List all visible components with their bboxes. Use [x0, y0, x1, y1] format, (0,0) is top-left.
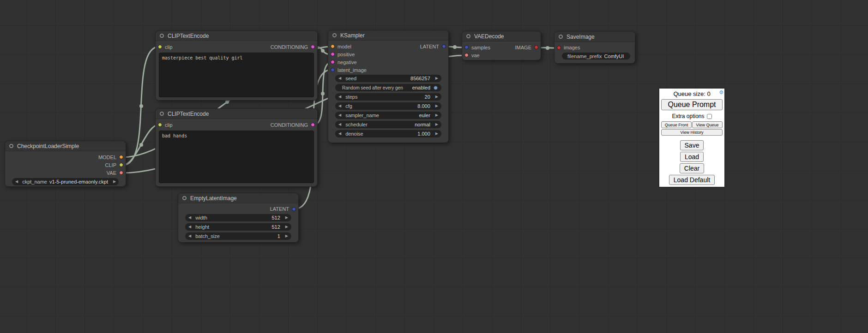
- widget-label: ckpt_name: [22, 179, 47, 184]
- decrement-arrow-icon[interactable]: ◀: [338, 123, 341, 126]
- decrement-arrow-icon[interactable]: ◀: [338, 113, 341, 117]
- collapse-dot-icon[interactable]: [9, 144, 13, 148]
- load-button[interactable]: Load: [680, 152, 704, 162]
- negative-prompt-textarea[interactable]: bad hands: [159, 131, 314, 183]
- output-slot-image[interactable]: [534, 45, 538, 49]
- node-title-bar[interactable]: VAEDecode: [462, 31, 541, 42]
- output-slot-conditioning[interactable]: [311, 45, 315, 49]
- increment-arrow-icon[interactable]: ▶: [285, 225, 288, 229]
- widget-cfg[interactable]: ◀ cfg 8.000 ▶: [335, 102, 441, 110]
- settings-gear-icon[interactable]: ⚙: [719, 89, 723, 95]
- widget-label: batch_size: [195, 233, 220, 239]
- output-slot-vae[interactable]: [119, 171, 123, 175]
- save-button[interactable]: Save: [680, 140, 704, 150]
- node-emptylatentimage[interactable]: EmptyLatentImage LATENT ◀ width 512 ▶ ◀ …: [178, 193, 299, 243]
- widget-sampler-name[interactable]: ◀ sampler_name euler ▶: [335, 112, 441, 119]
- output-slot-latent[interactable]: [442, 44, 446, 48]
- widget-label: sampler_name: [345, 113, 379, 118]
- increment-arrow-icon[interactable]: ▶: [285, 216, 288, 220]
- increment-arrow-icon[interactable]: ▶: [113, 180, 116, 184]
- widget-denoise[interactable]: ◀ denoise 1.000 ▶: [335, 130, 441, 137]
- decrement-arrow-icon[interactable]: ◀: [188, 216, 191, 220]
- widget-ckpt-name[interactable]: ◀ ckpt_name v1-5-pruned-emaonly.ckpt ▶: [12, 178, 119, 185]
- widget-scheduler[interactable]: ◀ scheduler normal ▶: [335, 121, 441, 128]
- node-title-bar[interactable]: KSampler: [328, 30, 448, 41]
- decrement-arrow-icon[interactable]: ◀: [338, 104, 341, 108]
- queue-front-button[interactable]: Queue Front: [661, 121, 692, 128]
- input-slot-latent-image[interactable]: [331, 68, 335, 72]
- node-title-bar[interactable]: CLIPTextEncode: [156, 109, 317, 119]
- queue-prompt-button[interactable]: Queue Prompt: [661, 99, 723, 110]
- node-title-bar[interactable]: SaveImage: [555, 32, 635, 42]
- increment-arrow-icon[interactable]: ▶: [435, 113, 438, 117]
- increment-arrow-icon[interactable]: ▶: [435, 132, 438, 136]
- queue-size-label: Queue size: 0: [673, 90, 710, 97]
- decrement-arrow-icon[interactable]: ◀: [15, 180, 18, 184]
- node-title: EmptyLatentImage: [190, 195, 237, 202]
- increment-arrow-icon[interactable]: ▶: [435, 104, 438, 108]
- link-midpoint-dot: [453, 45, 457, 49]
- increment-arrow-icon[interactable]: ▶: [435, 77, 438, 80]
- collapse-dot-icon[interactable]: [160, 112, 164, 116]
- widget-steps[interactable]: ◀ steps 20 ▶: [335, 93, 441, 101]
- decrement-arrow-icon[interactable]: ◀: [188, 225, 191, 229]
- widget-batch-size[interactable]: ◀ batch_size 1 ▶: [185, 232, 291, 240]
- output-slot-conditioning[interactable]: [311, 123, 315, 127]
- view-queue-button[interactable]: View Queue: [692, 121, 723, 128]
- node-cliptextencode-negative[interactable]: CLIPTextEncode clip CONDITIONING bad han…: [155, 108, 318, 187]
- node-title-bar[interactable]: CheckpointLoaderSimple: [5, 141, 126, 151]
- widget-random-seed-toggle[interactable]: Random seed after every gen enabled: [335, 84, 441, 91]
- input-label-positive: positive: [338, 52, 355, 57]
- widget-label: denoise: [345, 131, 363, 137]
- decrement-arrow-icon[interactable]: ◀: [338, 95, 341, 99]
- input-slot-samples[interactable]: [464, 45, 469, 49]
- increment-arrow-icon[interactable]: ▶: [435, 95, 438, 99]
- input-slot-clip[interactable]: [158, 45, 162, 49]
- decrement-arrow-icon[interactable]: ◀: [338, 132, 341, 136]
- increment-arrow-icon[interactable]: ▶: [285, 234, 288, 238]
- output-label-conditioning: CONDITIONING: [271, 122, 308, 128]
- widget-value: 8566257: [410, 76, 430, 81]
- node-cliptextencode-positive[interactable]: CLIPTextEncode clip CONDITIONING masterp…: [155, 30, 318, 101]
- widget-width[interactable]: ◀ width 512 ▶: [185, 214, 291, 221]
- clear-button[interactable]: Clear: [680, 163, 704, 173]
- node-title-bar[interactable]: CLIPTextEncode: [156, 31, 317, 41]
- increment-arrow-icon[interactable]: ▶: [435, 123, 438, 126]
- extra-options-checkbox[interactable]: [707, 114, 712, 119]
- view-history-button[interactable]: View History: [661, 129, 723, 136]
- widget-seed[interactable]: ◀ seed 8566257 ▶: [335, 75, 441, 82]
- collapse-dot-icon[interactable]: [559, 35, 563, 39]
- node-checkpointloadersimple[interactable]: CheckpointLoaderSimple MODEL CLIP VAE ◀ …: [5, 141, 126, 187]
- input-slot-clip[interactable]: [158, 123, 162, 127]
- node-saveimage[interactable]: SaveImage images filename_prefix ComfyUI: [554, 31, 635, 64]
- widget-label: seed: [345, 76, 356, 81]
- positive-prompt-textarea[interactable]: masterpiece best quality girl: [159, 53, 314, 97]
- decrement-arrow-icon[interactable]: ◀: [188, 234, 191, 238]
- output-label-image: IMAGE: [515, 45, 531, 50]
- toggle-indicator-icon[interactable]: [434, 86, 438, 90]
- node-ksampler[interactable]: KSampler model LATENT positive negative …: [328, 30, 449, 143]
- link-clip-to-negative-encode: [123, 125, 159, 165]
- input-slot-vae[interactable]: [464, 53, 469, 57]
- input-slot-positive[interactable]: [331, 52, 335, 56]
- collapse-dot-icon[interactable]: [182, 196, 187, 200]
- node-vaedecode[interactable]: VAEDecode samples IMAGE vae: [462, 31, 541, 60]
- load-default-button[interactable]: Load Default: [669, 175, 715, 185]
- collapse-dot-icon[interactable]: [332, 33, 337, 37]
- widget-label: Random seed after every gen: [342, 85, 403, 90]
- output-slot-model[interactable]: [119, 155, 123, 159]
- graph-canvas[interactable]: CheckpointLoaderSimple MODEL CLIP VAE ◀ …: [0, 0, 868, 333]
- output-slot-clip[interactable]: [119, 163, 123, 167]
- output-slot-latent[interactable]: [292, 207, 296, 211]
- input-slot-model[interactable]: [331, 44, 335, 48]
- collapse-dot-icon[interactable]: [160, 34, 164, 38]
- widget-value: 1: [277, 233, 280, 239]
- decrement-arrow-icon[interactable]: ◀: [338, 77, 341, 80]
- collapse-dot-icon[interactable]: [466, 34, 470, 38]
- input-slot-images[interactable]: [557, 46, 561, 50]
- widget-filename-prefix[interactable]: filename_prefix ComfyUI: [562, 53, 630, 59]
- node-title-bar[interactable]: EmptyLatentImage: [178, 193, 298, 203]
- link-midpoint-dot: [139, 143, 143, 147]
- widget-height[interactable]: ◀ height 512 ▶: [185, 223, 291, 231]
- input-slot-negative[interactable]: [331, 60, 335, 64]
